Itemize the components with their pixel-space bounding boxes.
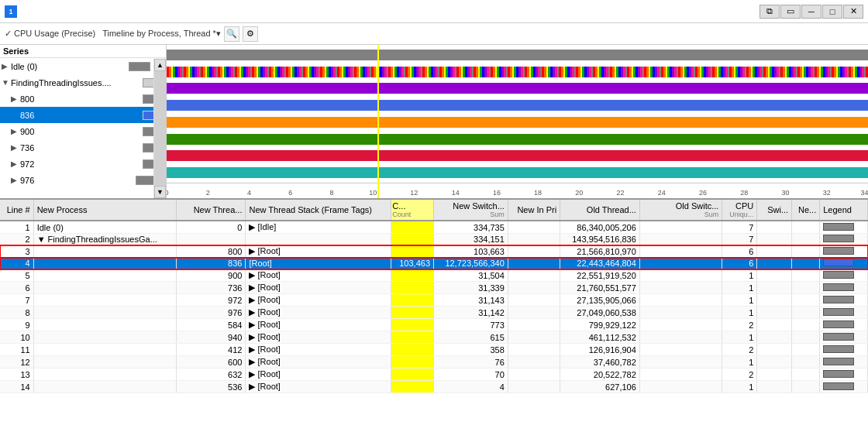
col-header-stack[interactable]: New Thread Stack (Frame Tags) <box>246 200 391 221</box>
expand-icon: ▶ <box>11 127 20 135</box>
cell-c <box>391 269 434 282</box>
maximize-button[interactable]: □ <box>822 5 842 19</box>
col-header-oldswitch[interactable]: Old Switc...Sum <box>639 200 722 221</box>
col-header-process[interactable]: New Process <box>33 200 176 221</box>
cell-legend <box>820 381 868 393</box>
cell-oldthread: 22,443,464,804 <box>560 258 640 269</box>
cell-ne <box>792 319 820 331</box>
table-row[interactable]: 4836[Root]103,46312,723,566,34022,443,46… <box>0 258 868 269</box>
top-panel: Series ▶ Idle (0) ▲ ▼ FindingThreadingIs… <box>0 45 868 200</box>
cell-swi <box>757 221 792 234</box>
table-row[interactable]: 13632▶ [Root]7020,522,7822 <box>0 368 868 381</box>
cell-process <box>33 344 176 356</box>
cell-oldthread: 799,929,122 <box>560 319 640 331</box>
data-table-container[interactable]: Line # New Process New Threa... New Thre… <box>0 200 868 425</box>
cell-line: 4 <box>0 258 33 269</box>
cell-legend <box>820 307 868 319</box>
series-item-836[interactable]: 836 <box>0 107 166 123</box>
cell-swi <box>757 319 792 331</box>
cell-swi <box>757 368 792 381</box>
table-row[interactable]: 8976▶ [Root]31,14227,049,060,5381 <box>0 307 868 319</box>
cell-line: 10 <box>0 331 33 344</box>
scroll-down-button[interactable]: ▼ <box>154 186 166 198</box>
series-item-idle[interactable]: ▶ Idle (0) ▲ <box>0 58 166 74</box>
cell-stack: ▶ [Root] <box>246 356 391 368</box>
x-tick-2: 2 <box>206 189 210 197</box>
series-item-800[interactable]: ▶ 800 <box>0 91 166 107</box>
cell-stack <box>246 234 391 245</box>
x-tick-28: 28 <box>740 189 748 197</box>
table-row[interactable]: 3800▶ [Root]103,66321,566,810,9706 <box>0 245 868 258</box>
table-row[interactable]: 14536▶ [Root]4627,1061 <box>0 381 868 393</box>
cell-swi <box>757 282 792 294</box>
col-header-legend[interactable]: Legend <box>820 200 868 221</box>
table-row[interactable]: 9584▶ [Root]773799,929,1222 <box>0 319 868 331</box>
col-header-newpri[interactable]: New In Pri <box>508 200 560 221</box>
table-row[interactable]: 6736▶ [Root]31,33921,760,551,5771 <box>0 282 868 294</box>
table-row[interactable]: 10940▶ [Root]615461,112,5321 <box>0 331 868 344</box>
series-name: 972 <box>20 159 141 169</box>
tile-button[interactable]: ▭ <box>780 5 801 19</box>
series-item-900[interactable]: ▶ 900 <box>0 123 166 139</box>
cell-line: 13 <box>0 368 33 381</box>
col-header-thread[interactable]: New Threa... <box>176 200 246 221</box>
col-header-count[interactable]: New Switch...Sum <box>434 200 508 221</box>
cell-legend <box>820 331 868 344</box>
cell-cpu: 2 <box>722 368 757 381</box>
cell-count: 615 <box>434 331 508 344</box>
cell-ne <box>792 269 820 282</box>
bar-800 <box>167 83 868 94</box>
cell-legend <box>820 269 868 282</box>
window-icon: 1 <box>5 5 17 18</box>
toolbar: ✓ CPU Usage (Precise) Timeline by Proces… <box>0 23 868 45</box>
close-button[interactable]: ✕ <box>843 5 863 19</box>
series-scrollbar[interactable]: ▲ ▼ <box>153 59 166 198</box>
col-header-oldthread[interactable]: Old Thread... <box>560 200 640 221</box>
x-tick-18: 18 <box>534 189 542 197</box>
cell-ne <box>792 234 820 245</box>
series-item-736[interactable]: ▶ 736 <box>0 139 166 156</box>
x-tick-14: 14 <box>452 189 460 197</box>
series-item-finding[interactable]: ▼ FindingThreadingIssues.... <box>0 74 166 91</box>
table-row[interactable]: 7972▶ [Root]31,14327,135,905,0661 <box>0 294 868 307</box>
cell-stack: ▶ [Root] <box>246 381 391 393</box>
cell-oldswitch <box>639 307 722 319</box>
scroll-up-button[interactable]: ▲ <box>154 59 166 71</box>
cell-legend <box>820 234 868 245</box>
cell-newpri <box>508 356 560 368</box>
col-header-cpu[interactable]: CPUUniqu... <box>722 200 757 221</box>
col-header-line[interactable]: Line # <box>0 200 33 221</box>
legend-swatch <box>823 358 854 365</box>
cell-newpri <box>508 258 560 269</box>
bar-row-idle <box>167 46 868 63</box>
legend-swatch <box>823 235 854 242</box>
table-row[interactable]: 1Idle (0)0▶ [Idle]334,73586,340,005,2067 <box>0 221 868 234</box>
chart-area[interactable]: 0 2 4 6 8 10 12 14 16 18 20 22 24 26 28 … <box>167 45 868 198</box>
search-button[interactable]: 🔍 <box>224 26 239 42</box>
bar-row-900 <box>167 114 868 131</box>
cell-legend <box>820 344 868 356</box>
col-header-ne[interactable]: Ne... <box>792 200 820 221</box>
cell-process <box>33 356 176 368</box>
x-tick-16: 16 <box>493 189 501 197</box>
settings-button[interactable]: ⚙ <box>243 26 258 42</box>
cell-stack: ▶ [Idle] <box>246 221 391 234</box>
table-row[interactable]: 11412▶ [Root]358126,916,9042 <box>0 344 868 356</box>
series-item-976[interactable]: ▶ 976 ▼ <box>0 172 166 188</box>
table-row[interactable]: 5900▶ [Root]31,50422,551,919,5201 <box>0 269 868 282</box>
table-row[interactable]: 2▼ FindingThreadingIssuesGa...334,151143… <box>0 234 868 245</box>
scroll-thumb[interactable] <box>154 71 166 186</box>
cell-ne <box>792 282 820 294</box>
cell-newpri <box>508 368 560 381</box>
restore-button[interactable]: ⧉ <box>760 5 780 19</box>
col-header-swi[interactable]: Swi... <box>757 200 792 221</box>
col-header-c[interactable]: C...Count <box>391 200 434 221</box>
cell-legend <box>820 319 868 331</box>
minimize-button[interactable]: ─ <box>801 5 822 19</box>
cell-oldthread: 27,049,060,538 <box>560 307 640 319</box>
table-row[interactable]: 12600▶ [Root]7637,460,7821 <box>0 356 868 368</box>
series-item-972[interactable]: ▶ 972 <box>0 156 166 172</box>
cell-process <box>33 381 176 393</box>
cell-oldswitch <box>639 269 722 282</box>
cell-count: 334,151 <box>434 234 508 245</box>
